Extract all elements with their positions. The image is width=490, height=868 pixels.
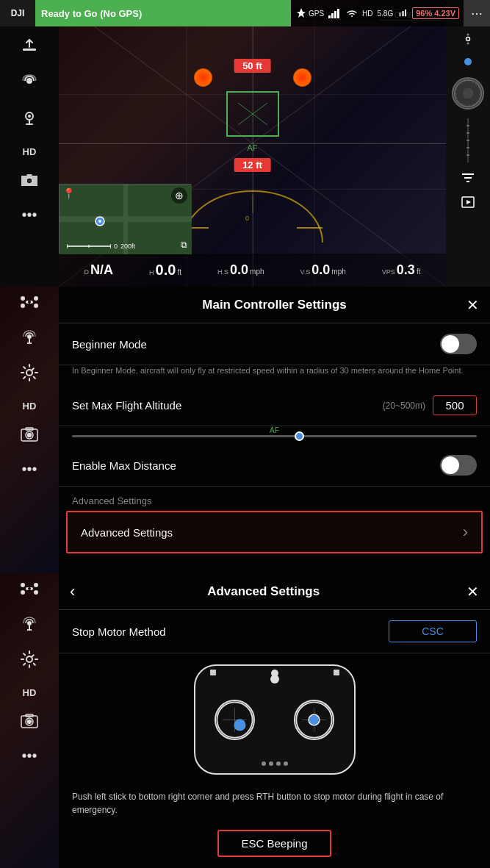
settings-sidebar-signal-icon[interactable]: [20, 329, 39, 348]
advanced-panel-title: Advanced Settings: [82, 584, 444, 599]
drone-eye-left: [194, 68, 212, 87]
svg-point-72: [21, 590, 25, 595]
controller-diagram: [59, 653, 490, 786]
advanced-settings-link-label: Advanced Settings: [81, 526, 463, 539]
back-button[interactable]: ‹: [70, 582, 75, 601]
svg-point-79: [26, 656, 32, 662]
altitude-range-label: (20~500m): [383, 401, 425, 411]
advanced-section-label: Advanced Settings: [59, 487, 490, 511]
settings-sidebar-drone-icon[interactable]: [20, 294, 39, 314]
svg-point-59: [34, 304, 38, 308]
minimap-location-icon: 📍: [62, 187, 75, 199]
svg-point-35: [463, 88, 474, 99]
advanced-settings-chevron-icon: ›: [463, 523, 468, 542]
main-controller-settings: HD ••• Main Controller Settings ✕ Beginn…: [0, 287, 490, 573]
sidebar-camera-icon[interactable]: [20, 172, 39, 192]
settings-sidebar-gear-icon[interactable]: [20, 363, 39, 386]
distance-telemetry: D N/A: [84, 262, 114, 278]
csc-button[interactable]: CSC: [389, 620, 477, 642]
esc-beeping-button[interactable]: ESC Beeping: [217, 830, 331, 857]
advanced-settings-link[interactable]: Advanced Settings ›: [66, 511, 483, 553]
settings-panel-title: Main Controller Settings: [202, 298, 346, 312]
settings-header: Main Controller Settings ✕: [59, 287, 490, 323]
hspeed-telemetry: H.S 0.0 mph: [217, 262, 264, 278]
svg-rect-1: [331, 13, 334, 18]
altitude-control: (20~500m): [383, 395, 477, 415]
altitude-telemetry: H 0.0 ft: [149, 262, 181, 279]
playback-icon[interactable]: [461, 196, 475, 211]
controller-description: Push left stick to bottom right corner a…: [59, 786, 490, 824]
svg-point-30: [467, 34, 469, 36]
settings-sidebar-more-icon[interactable]: •••: [21, 461, 37, 478]
distance-badge-50: 50 ft: [234, 59, 271, 73]
altitude-input[interactable]: [433, 395, 477, 415]
beginner-mode-toggle[interactable]: [440, 334, 477, 354]
advanced-sidebar-hd-icon[interactable]: HD: [23, 687, 37, 698]
svg-point-10: [28, 115, 31, 118]
battery-indicator: 96% 4.23V: [412, 7, 459, 19]
status-bar: Ready to Go (No GPS): [35, 0, 291, 26]
svg-point-62: [27, 334, 32, 339]
svg-rect-7: [23, 49, 36, 51]
svg-point-12: [28, 179, 31, 182]
svg-rect-4: [399, 12, 401, 16]
signal-bars-icon: [328, 8, 342, 18]
gps-icon: GPS: [295, 8, 324, 18]
right-settings-icon[interactable]: [461, 32, 475, 48]
minimap[interactable]: 📍 ⊕ 0 200ft ⧉: [59, 184, 191, 254]
advanced-sidebar-photo-icon[interactable]: [20, 713, 39, 733]
altitude-slider-track[interactable]: [72, 435, 477, 437]
svg-point-76: [27, 621, 32, 625]
advanced-sidebar-drone-icon[interactable]: [20, 581, 39, 600]
settings-content: Main Controller Settings ✕ Beginner Mode…: [59, 287, 490, 573]
advanced-content: ‹ Advanced Settings ✕ Stop Motor Method …: [59, 573, 490, 868]
svg-point-73: [34, 590, 38, 595]
advanced-close-button[interactable]: ✕: [466, 583, 479, 600]
filter-icon[interactable]: [461, 171, 475, 187]
bottom-dot-4: [284, 761, 288, 766]
bottom-dot-3: [276, 761, 281, 766]
top-buttons: [210, 670, 339, 677]
minimap-scale: 0 200ft: [67, 243, 135, 250]
svg-point-56: [21, 296, 25, 301]
max-distance-toggle-thumb: [442, 456, 459, 474]
hd-label: HD: [362, 10, 372, 18]
settings-sidebar-photo-icon[interactable]: [20, 426, 39, 446]
svg-point-75: [28, 587, 31, 590]
sidebar-radio-icon[interactable]: [20, 71, 39, 94]
menu-button[interactable]: ⋯: [464, 0, 490, 26]
max-altitude-row: Set Max Flight Altitude (20~500m): [59, 385, 490, 426]
camera-mode-icon[interactable]: [464, 57, 472, 68]
advanced-sidebar: HD •••: [0, 573, 59, 868]
sidebar-hd-icon[interactable]: HD: [23, 146, 37, 157]
stop-motor-row: Stop Motor Method CSC: [59, 610, 490, 653]
advanced-sidebar-gear-icon[interactable]: [20, 650, 39, 672]
settings-sidebar-hd-icon[interactable]: HD: [23, 401, 37, 412]
advanced-header: ‹ Advanced Settings ✕: [59, 573, 490, 610]
beginner-mode-toggle-thumb: [442, 335, 459, 353]
advanced-sidebar-signal-icon[interactable]: [20, 615, 39, 635]
status-text: Ready to Go (No GPS): [41, 8, 142, 19]
svg-point-58: [21, 304, 25, 308]
stop-motor-label: Stop Motor Method: [72, 625, 389, 638]
minimap-expand-icon[interactable]: ⧉: [181, 240, 187, 250]
gimbal-wheel[interactable]: [452, 77, 484, 110]
wifi-icon: [346, 9, 358, 18]
bottom-dots: [262, 761, 288, 766]
max-distance-toggle[interactable]: [440, 455, 477, 476]
sidebar-more-icon[interactable]: •••: [21, 207, 37, 223]
svg-point-91: [309, 714, 320, 725]
svg-rect-2: [334, 11, 336, 18]
right-stick: [294, 700, 334, 740]
sidebar-gimbal-icon[interactable]: [20, 109, 39, 132]
sidebar-upload-icon[interactable]: [20, 34, 39, 57]
svg-rect-3: [337, 9, 339, 18]
svg-point-82: [28, 720, 32, 724]
minimap-compass-icon[interactable]: ⊕: [171, 187, 187, 204]
advanced-sidebar-more-icon[interactable]: •••: [21, 747, 37, 764]
svg-text:0: 0: [245, 215, 249, 222]
svg-point-31: [467, 43, 469, 45]
settings-close-button[interactable]: ✕: [466, 296, 479, 314]
svg-point-8: [26, 78, 32, 84]
dji-logo-text: DJI: [11, 8, 25, 18]
